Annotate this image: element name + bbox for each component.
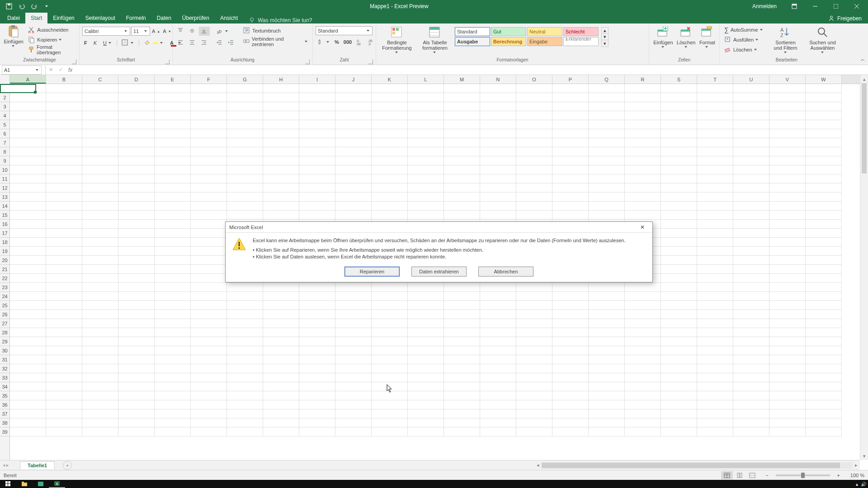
copy-button[interactable]: Kopieren bbox=[26, 35, 76, 44]
col-header-D[interactable]: D bbox=[118, 75, 155, 84]
align-right-button[interactable] bbox=[199, 38, 210, 47]
row-header-34[interactable]: 34 bbox=[0, 382, 9, 391]
col-header-K[interactable]: K bbox=[372, 75, 408, 84]
row-header-9[interactable]: 9 bbox=[0, 156, 9, 165]
hscroll-thumb[interactable] bbox=[542, 463, 840, 468]
collapse-ribbon-button[interactable] bbox=[860, 57, 866, 64]
wrap-text-button[interactable]: Textumbruch bbox=[241, 26, 310, 35]
sheet-nav-next[interactable]: ▸ bbox=[6, 462, 9, 468]
style-gallery-up[interactable]: ▴ bbox=[602, 28, 608, 34]
row-header-28[interactable]: 28 bbox=[0, 328, 9, 337]
align-top-button[interactable] bbox=[175, 27, 186, 36]
style-gallery-more[interactable]: ▾ bbox=[602, 40, 608, 47]
vscroll-thumb[interactable] bbox=[862, 83, 867, 174]
cut-button[interactable]: Ausschneiden bbox=[26, 25, 76, 34]
cancel-button[interactable]: Abbrechen bbox=[478, 267, 533, 277]
taskbar-explorer[interactable] bbox=[16, 480, 33, 488]
save-icon[interactable] bbox=[4, 2, 14, 11]
find-select-button[interactable]: Suchen und Auswählen bbox=[806, 25, 840, 55]
row-header-17[interactable]: 17 bbox=[0, 229, 9, 238]
decrease-indent-button[interactable] bbox=[214, 38, 225, 47]
tray-volume-icon[interactable]: 🔊 bbox=[861, 482, 866, 487]
col-header-M[interactable]: M bbox=[444, 75, 480, 84]
style-berechnung[interactable]: Berechnung bbox=[491, 37, 526, 46]
active-cell[interactable] bbox=[0, 84, 36, 93]
style-standard[interactable]: Standard bbox=[455, 27, 490, 36]
enter-formula-button[interactable]: ✓ bbox=[56, 66, 66, 75]
col-header-J[interactable]: J bbox=[335, 75, 372, 84]
row-header-37[interactable]: 37 bbox=[0, 409, 9, 418]
col-header-H[interactable]: H bbox=[263, 75, 299, 84]
row-header-4[interactable]: 4 bbox=[0, 111, 9, 120]
zoom-out-button[interactable]: − bbox=[763, 473, 771, 478]
col-header-N[interactable]: N bbox=[480, 75, 516, 84]
col-header-C[interactable]: C bbox=[82, 75, 118, 84]
col-header-T[interactable]: T bbox=[697, 75, 733, 84]
add-sheet-button[interactable]: + bbox=[63, 461, 72, 470]
font-launcher[interactable] bbox=[165, 60, 170, 64]
redo-icon[interactable] bbox=[29, 2, 40, 11]
scroll-left-button[interactable]: ◂ bbox=[534, 462, 542, 469]
accounting-button[interactable]: ₿ bbox=[316, 38, 332, 47]
merge-center-button[interactable]: aVerbinden und zentrieren bbox=[241, 37, 310, 46]
number-launcher[interactable] bbox=[368, 60, 373, 64]
style-erklaerend[interactable]: Erklärender ... bbox=[563, 37, 599, 46]
view-normal-button[interactable] bbox=[721, 471, 733, 479]
qat-customize-icon[interactable] bbox=[42, 2, 52, 11]
col-header-S[interactable]: S bbox=[661, 75, 697, 84]
row-header-32[interactable]: 32 bbox=[0, 364, 9, 373]
col-header-I[interactable]: I bbox=[299, 75, 335, 84]
increase-font-button[interactable]: A▲ bbox=[151, 27, 161, 36]
row-header-8[interactable]: 8 bbox=[0, 147, 9, 156]
decrease-decimal-button[interactable]: ,00,0 bbox=[366, 38, 377, 47]
fill-color-button[interactable] bbox=[142, 38, 165, 47]
col-header-F[interactable]: F bbox=[191, 75, 227, 84]
zoom-label[interactable]: 100 % bbox=[843, 473, 864, 478]
col-header-E[interactable]: E bbox=[155, 75, 191, 84]
repair-button[interactable]: Reparieren bbox=[344, 267, 400, 277]
underline-button[interactable]: U bbox=[101, 38, 114, 47]
font-size-combo[interactable]: 11 bbox=[131, 27, 150, 36]
ribbon-display-icon[interactable] bbox=[785, 0, 804, 13]
row-header-12[interactable]: 12 bbox=[0, 183, 9, 192]
select-all-cells[interactable] bbox=[0, 75, 10, 84]
scroll-up-button[interactable]: ▴ bbox=[860, 75, 868, 83]
row-header-30[interactable]: 30 bbox=[0, 346, 9, 355]
insert-cells-button[interactable]: Einfügen bbox=[652, 25, 675, 50]
col-header-L[interactable]: L bbox=[408, 75, 444, 84]
format-cells-button[interactable]: Format bbox=[698, 25, 717, 50]
fill-button[interactable]: Ausfüllen bbox=[722, 35, 765, 44]
conditional-formatting-button[interactable]: Bedingte Formatierung bbox=[379, 25, 415, 55]
row-header-10[interactable]: 10 bbox=[0, 165, 9, 174]
style-ausgabe[interactable]: Ausgabe bbox=[455, 37, 490, 46]
col-header-U[interactable]: U bbox=[733, 75, 769, 84]
row-header-19[interactable]: 19 bbox=[0, 247, 9, 256]
tab-view[interactable]: Ansicht bbox=[215, 13, 243, 23]
col-header-A[interactable]: A bbox=[10, 75, 46, 84]
row-header-24[interactable]: 24 bbox=[0, 292, 9, 301]
taskbar-excel[interactable]: X bbox=[49, 480, 65, 488]
increase-indent-button[interactable] bbox=[226, 38, 237, 47]
style-gut[interactable]: Gut bbox=[491, 27, 526, 36]
clear-button[interactable]: Löschen bbox=[722, 45, 765, 54]
style-eingabe[interactable]: Eingabe bbox=[527, 37, 562, 46]
row-header-29[interactable]: 29 bbox=[0, 337, 9, 346]
signin-link[interactable]: Anmelden bbox=[746, 3, 783, 9]
extract-data-button[interactable]: Daten extrahieren bbox=[411, 267, 467, 277]
tray-up-icon[interactable]: ▴ bbox=[856, 482, 858, 487]
cancel-formula-button[interactable]: ✕ bbox=[46, 66, 56, 75]
font-name-combo[interactable]: Calibri bbox=[82, 27, 130, 36]
row-header-39[interactable]: 39 bbox=[0, 427, 9, 436]
row-header-33[interactable]: 33 bbox=[0, 373, 9, 382]
close-button[interactable] bbox=[847, 0, 866, 13]
undo-icon[interactable] bbox=[16, 2, 27, 11]
row-header-3[interactable]: 3 bbox=[0, 102, 9, 111]
row-header-7[interactable]: 7 bbox=[0, 138, 9, 147]
column-headers[interactable]: ABCDEFGHIJKLMNOPQRSTUVW bbox=[10, 75, 860, 84]
row-header-38[interactable]: 38 bbox=[0, 418, 9, 427]
zoom-slider[interactable] bbox=[776, 474, 830, 476]
tab-formulas[interactable]: Formeln bbox=[121, 13, 151, 23]
align-bottom-button[interactable] bbox=[199, 27, 210, 36]
tab-pagelayout[interactable]: Seitenlayout bbox=[80, 13, 121, 23]
share-button[interactable]: Freigeben bbox=[822, 14, 868, 23]
